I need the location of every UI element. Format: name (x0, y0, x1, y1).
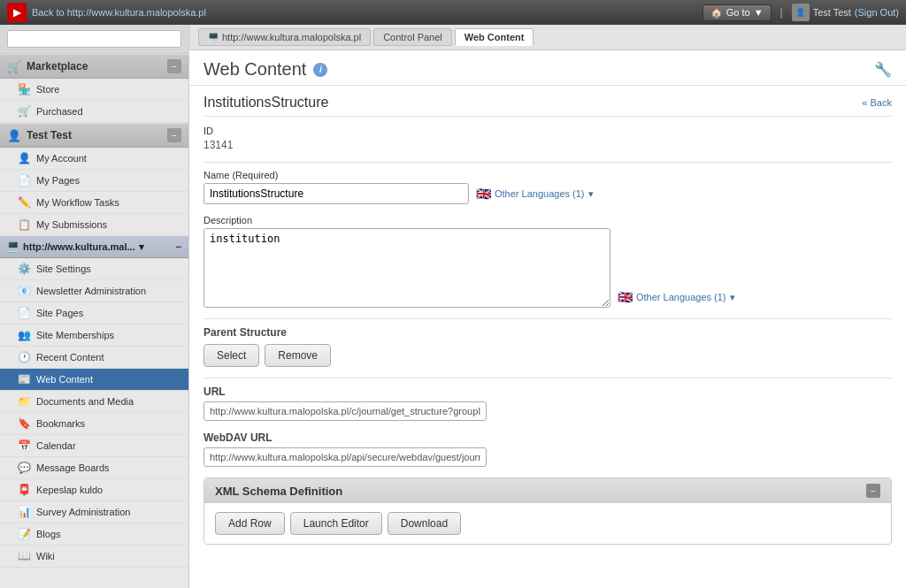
page-title: Web Content (203, 59, 306, 80)
sidebar-item-my-account[interactable]: 👤 My Account (0, 148, 188, 170)
sidebar-item-my-submissions[interactable]: 📋 My Submissions (0, 214, 188, 236)
sidebar-item-web-content[interactable]: 📰 Web Content (0, 369, 188, 391)
sidebar-item-kepeslap-label: Kepeslap kuldo (36, 485, 103, 495)
memberships-icon: 👥 (18, 329, 31, 341)
xml-collapse-btn[interactable]: − (866, 484, 880, 498)
sidebar-item-survey-admin[interactable]: 📊 Survey Administration (0, 501, 188, 523)
sidebar-item-site-pages[interactable]: 📄 Site Pages (0, 302, 188, 325)
message-boards-icon: 💬 (18, 462, 31, 474)
sidebar-item-recent-content-label: Recent Content (36, 352, 104, 363)
sidebar-item-site-settings-label: Site Settings (36, 263, 91, 274)
purchased-icon: 🛒 (18, 105, 31, 118)
breadcrumb-control-panel[interactable]: Control Panel (373, 28, 452, 46)
sidebar-item-my-pages[interactable]: 📄 My Pages (0, 170, 188, 192)
desc-flag-icon: 🇬🇧 (618, 290, 633, 304)
sidebar-item-message-boards[interactable]: 💬 Message Boards (0, 457, 188, 479)
sidebar-item-purchased[interactable]: 🛒 Purchased (0, 101, 188, 123)
web-content-icon: 📰 (18, 373, 31, 386)
kepeslap-icon: 📮 (18, 484, 31, 496)
sidebar-item-workflow-tasks[interactable]: ✏️ My Workflow Tasks (0, 192, 188, 214)
main-layout: 🛒 Marketplace − 🏪 Store 🛒 Purchased 👤 Te… (0, 25, 906, 588)
sidebar: 🛒 Marketplace − 🏪 Store 🛒 Purchased 👤 Te… (0, 25, 189, 588)
my-account-icon: 👤 (18, 152, 31, 164)
site-collapse-btn[interactable]: − (175, 241, 181, 253)
content-body: Web Content i 🔧 InstitutionsStructure « … (189, 50, 906, 588)
description-field-group: Description institution 🇬🇧 Other Languag… (203, 215, 892, 308)
user-collapse-btn[interactable]: − (167, 128, 181, 142)
info-icon[interactable]: i (313, 63, 327, 77)
blogs-icon: 📝 (18, 528, 31, 540)
topbar: ▶ Back to http://www.kultura.malopolska.… (0, 0, 906, 25)
sidebar-item-site-pages-label: Site Pages (36, 308, 83, 318)
launch-editor-button[interactable]: Launch Editor (290, 512, 382, 535)
sidebar-item-web-content-label: Web Content (36, 374, 93, 385)
wiki-icon: 📖 (18, 550, 31, 562)
sidebar-search-area (0, 25, 188, 54)
sidebar-item-purchased-label: Purchased (36, 106, 83, 117)
sign-out-link[interactable]: (Sign Out) (855, 7, 899, 18)
description-area-row: institution 🇬🇧 Other Languages (1) ▾ (203, 228, 892, 308)
sidebar-item-recent-content[interactable]: 🕐 Recent Content (0, 347, 188, 369)
sidebar-item-documents-media[interactable]: 📁 Documents and Media (0, 391, 188, 413)
divider-1 (203, 162, 892, 163)
bookmarks-icon: 🔖 (18, 417, 31, 430)
sidebar-item-site-memberships[interactable]: 👥 Site Memberships (0, 325, 188, 347)
desc-lang-label: Other Languages (1) (636, 292, 726, 302)
url-input[interactable] (203, 401, 487, 421)
back-link-btn[interactable]: « Back (862, 97, 892, 108)
site-settings-icon: ⚙️ (18, 263, 31, 275)
user-section-header[interactable]: 👤 Test Test − (0, 123, 188, 148)
breadcrumb-home[interactable]: 🖥️ http://www.kultura.malopolska.pl (198, 28, 371, 46)
site-pages-icon: 📄 (18, 307, 31, 319)
newsletter-icon: 📧 (18, 285, 31, 297)
back-link[interactable]: Back to http://www.kultura.malopolska.pl (32, 7, 206, 18)
description-lang-selector[interactable]: 🇬🇧 Other Languages (1) ▾ (618, 290, 735, 304)
webdav-input[interactable] (203, 447, 487, 467)
sidebar-item-blogs[interactable]: 📝 Blogs (0, 523, 188, 546)
avatar: 👤 (792, 4, 810, 21)
sidebar-item-calendar[interactable]: 📅 Calendar (0, 435, 188, 457)
webdav-label: WebDAV URL (203, 431, 892, 444)
site-section-header[interactable]: 🖥️ http://www.kultura.mal... ▾ − (0, 236, 188, 258)
sidebar-item-bookmarks[interactable]: 🔖 Bookmarks (0, 413, 188, 435)
divider-3 (203, 378, 892, 378)
settings-icon[interactable]: 🔧 (874, 61, 892, 78)
marketplace-section-header[interactable]: 🛒 Marketplace − (0, 54, 188, 79)
structure-title-bar: InstitutionsStructure « Back (203, 86, 892, 117)
search-input[interactable] (7, 30, 181, 48)
name-lang-selector[interactable]: 🇬🇧 Other Languages (1) ▾ (476, 187, 594, 201)
add-row-button[interactable]: Add Row (215, 512, 285, 535)
breadcrumb-control-panel-label: Control Panel (383, 32, 442, 42)
goto-button[interactable]: 🏠 Go to ▼ (703, 4, 772, 21)
sidebar-item-newsletter-admin[interactable]: 📧 Newsletter Administration (0, 280, 188, 302)
dropdown-icon: ▼ (754, 7, 764, 18)
wc-title-row: Web Content i (203, 59, 327, 80)
sidebar-item-wiki-label: Wiki (36, 551, 55, 561)
name-lang-arrow: ▾ (588, 188, 594, 200)
description-textarea[interactable]: institution (203, 228, 610, 308)
download-button[interactable]: Download (388, 512, 461, 535)
survey-icon: 📊 (18, 506, 31, 518)
sidebar-item-kepeslap[interactable]: 📮 Kepeslap kuldo (0, 479, 188, 501)
sidebar-item-survey-label: Survey Administration (36, 507, 130, 517)
remove-button[interactable]: Remove (265, 344, 331, 367)
name-input[interactable] (203, 183, 469, 204)
wc-content: InstitutionsStructure « Back ID 13141 Na… (189, 86, 906, 559)
breadcrumb-web-content[interactable]: Web Content (455, 28, 534, 46)
my-pages-icon: 📄 (18, 174, 31, 187)
sidebar-item-wiki[interactable]: 📖 Wiki (0, 546, 188, 568)
user-name[interactable]: Test Test (813, 7, 851, 18)
sidebar-item-site-settings[interactable]: ⚙️ Site Settings (0, 258, 188, 280)
id-field-group: ID 13141 (203, 126, 892, 151)
sidebar-item-workflow-label: My Workflow Tasks (36, 197, 119, 208)
marketplace-icon: 🛒 (7, 60, 21, 73)
topbar-right: 🏠 Go to ▼ | 👤 Test Test (Sign Out) (703, 4, 899, 21)
workflow-icon: ✏️ (18, 196, 31, 209)
marketplace-collapse-btn[interactable]: − (167, 59, 181, 73)
select-button[interactable]: Select (203, 344, 259, 367)
xml-btn-row: Add Row Launch Editor Download (215, 512, 880, 535)
name-field-row: 🇬🇧 Other Languages (1) ▾ (203, 183, 892, 204)
user-items: 👤 My Account 📄 My Pages ✏️ My Workflow T… (0, 148, 188, 236)
site-section-title: http://www.kultura.mal... (23, 241, 135, 252)
sidebar-item-store[interactable]: 🏪 Store (0, 79, 188, 101)
